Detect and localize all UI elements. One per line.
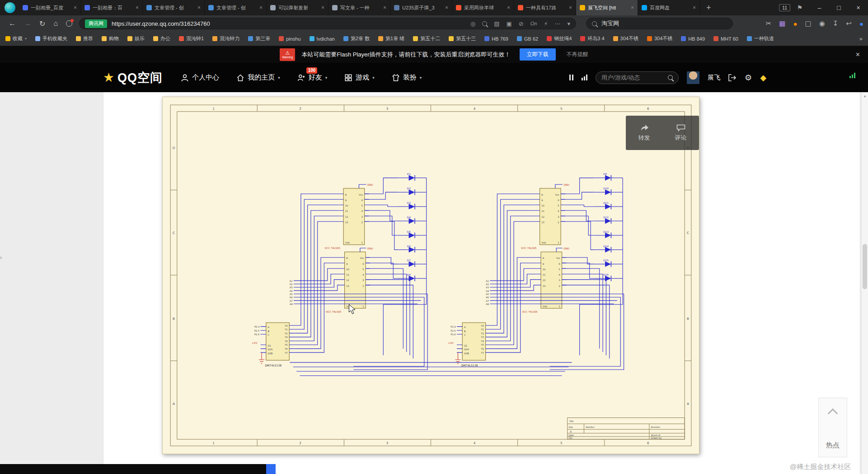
user-avatar[interactable] [687,71,699,84]
tab-close-icon[interactable]: × [569,5,572,11]
bookmark-item[interactable]: HB 769 [484,36,508,42]
bookmark-item[interactable]: 推荐 [76,35,93,42]
qzone-search-icon[interactable] [668,75,673,80]
hot-label[interactable]: 热点 [819,441,847,457]
bookmark-item[interactable]: 混沌钟力 [212,35,239,42]
browser-tab[interactable]: 采用两块半球 × [452,0,514,15]
home-icon[interactable]: ⌂ [53,19,58,28]
tab-close-icon[interactable]: × [136,5,139,11]
tab-close-icon[interactable]: × [631,5,634,11]
screenshot-icon[interactable]: ▣ [507,20,512,27]
browser-tab[interactable]: 百度网盘 × [638,0,700,15]
tab-count-badge[interactable]: 11 [779,4,790,11]
banner-close-icon[interactable]: × [856,51,860,59]
bookmark-item[interactable]: 第五十三 [449,35,476,42]
bookmark-item[interactable]: 第五十二 [413,35,440,42]
dismiss-link[interactable]: 不再提醒 [567,51,588,58]
qzone-logo[interactable]: ★ QQ空间 [103,70,163,86]
tab-close-icon[interactable]: × [197,5,201,11]
scroll-up-icon[interactable]: ▴ [862,92,868,98]
minimize-button[interactable]: – [810,0,829,15]
close-button[interactable]: × [849,0,868,15]
qzone-search-input[interactable]: 用户/游戏/动态 [596,71,679,84]
bookmark-item[interactable]: 第2章 数 [343,35,370,42]
tab-close-icon[interactable]: × [74,5,77,11]
qzone-nav-item[interactable]: 游戏 ▾ [344,73,375,82]
zoom-icon[interactable] [482,21,487,26]
browser-tab[interactable]: 一刻相册：百 × [81,0,143,15]
reader-target-icon[interactable]: ◎ [470,20,475,27]
settings-gear-icon[interactable]: ⚙ [745,73,752,83]
browser-tab[interactable]: 一刻相册_百度 × [19,0,81,15]
bookmark-item[interactable]: 第1章 绪 [378,35,404,42]
qzone-nav-item[interactable]: 装扮 ▾ [392,73,422,82]
bookmark-item[interactable]: 第三章 [248,35,270,42]
forward-icon[interactable]: → [24,19,31,28]
media-icon[interactable]: ▢ [805,19,812,28]
bookmark-item[interactable]: MHT 60 [713,36,738,42]
bookmark-item[interactable]: 环岛3 4 [580,35,604,42]
qzone-nav-item[interactable]: 个人中心 [181,73,219,82]
username[interactable]: 展飞 [708,74,720,82]
comment-button[interactable]: 评论 [662,116,699,150]
apps-grid-icon[interactable]: ▦ [779,19,785,28]
url-text[interactable]: https://user.qzone.qq.com/316234760 [112,20,210,27]
refresh-icon[interactable]: ↻ [39,19,45,28]
scissors-icon[interactable]: ✂ [766,19,772,28]
download-now-button[interactable]: 立即下载 [520,48,556,61]
bookmark-item[interactable]: 304不锈 [647,35,672,42]
assistant-icon[interactable]: ● [793,20,797,28]
scrollbar[interactable]: ▴ [861,92,868,474]
qzone-nav-item[interactable]: 我的主页 ▾ [236,73,280,82]
browser-tab[interactable]: 文章管理 - 创 × [143,0,205,15]
tab-close-icon[interactable]: × [259,5,263,11]
schematic-image[interactable]: Vss Vdd 8 9 10 11 12 13 6 5 4 3 2 1 [162,97,699,454]
search-box-value[interactable]: 淘宝网 [601,19,619,28]
bookmark-item[interactable]: GB 62 [517,36,538,42]
tab-close-icon[interactable]: × [321,5,324,11]
new-tab-button[interactable]: + [700,3,718,13]
side-panel-toggle-icon[interactable]: › [0,254,2,261]
maximize-button[interactable]: □ [829,0,849,15]
adblock-icon[interactable]: ⊘ [519,20,524,27]
address-field[interactable]: 腾讯网 https://user.qzone.qq.com/316234760 … [79,18,576,29]
pause-music-icon[interactable] [569,75,573,80]
stats-icon[interactable] [582,75,587,80]
browser-tab[interactable]: 展飞空间 [htt × [576,0,638,15]
bookmark-item[interactable]: 娱乐 [127,35,145,42]
tab-close-icon[interactable]: × [383,5,386,11]
browser-tab[interactable]: 一种具有17路 × [514,0,576,15]
bookmark-item[interactable]: 办公 [153,35,170,42]
browser-tab[interactable]: 可以弹射发射 × [267,0,328,15]
bookmark-item[interactable]: HB 849 [681,36,705,42]
download-icon[interactable]: ↧ [833,19,839,28]
back-icon[interactable]: ← [9,19,16,28]
tab-close-icon[interactable]: × [507,5,510,11]
dropdown-caret-icon[interactable]: ▾ [568,20,571,27]
bookmark-item[interactable]: 一种轨道 [747,35,774,42]
share-button[interactable]: 转发 [626,116,662,150]
taskbar-active-app[interactable] [266,464,276,474]
bookmark-item[interactable]: 手机收藏夹 [35,35,67,42]
browser-logo-icon[interactable] [5,2,15,13]
browser-tab[interactable]: 写文章 - 一种 × [328,0,390,15]
bookmarks-overflow-icon[interactable]: » [859,35,863,42]
bookmark-item[interactable]: 购物 [102,35,119,42]
bookmark-item[interactable]: lvdichan [310,36,335,42]
browser-search-box[interactable]: 淘宝网 [586,18,733,29]
bookmark-item[interactable]: 混沌钟1 [179,35,204,42]
image-toggle-icon[interactable]: ▤ [494,20,499,27]
scrollbar-thumb[interactable] [863,244,867,289]
qzone-nav-item[interactable]: 好友 ▾ 100 [297,73,328,82]
site-identity-badge[interactable]: 腾讯网 [85,19,107,28]
boost-icon[interactable]: ⚡ [544,20,548,27]
undo-icon[interactable]: ↩ [846,19,852,28]
bookmark-item[interactable]: 钢丝绳4 [547,35,572,42]
tab-close-icon[interactable]: × [693,5,696,11]
flag-icon[interactable]: ⚑ [797,4,802,11]
hot-topics-panel[interactable]: 热点 [818,398,847,457]
on-badge[interactable]: On [530,21,537,26]
tab-close-icon[interactable]: × [445,5,448,11]
bookmark-item[interactable]: pinshu [279,36,300,42]
bookmark-item[interactable]: 收藏 ▾ [5,35,27,42]
